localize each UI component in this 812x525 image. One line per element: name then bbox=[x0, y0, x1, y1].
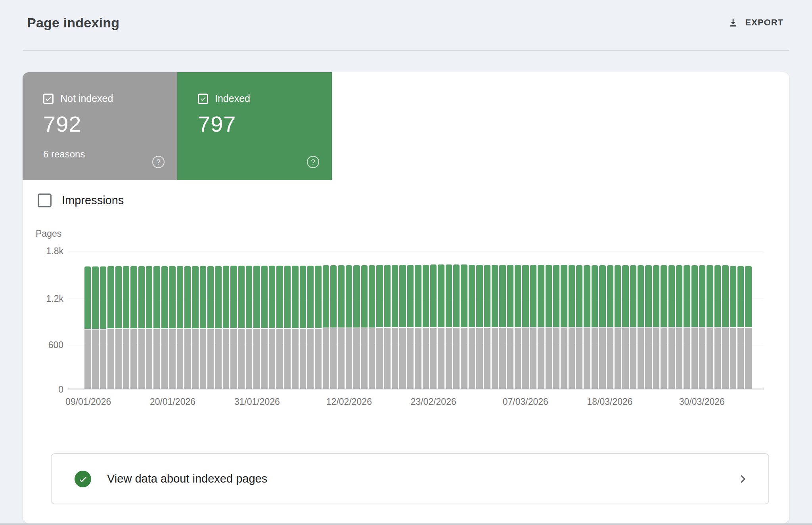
stacked-bar[interactable] bbox=[469, 251, 475, 389]
stacked-bar[interactable] bbox=[430, 251, 437, 389]
stacked-bar[interactable] bbox=[745, 251, 751, 389]
stacked-bar[interactable] bbox=[423, 251, 429, 389]
stacked-bar[interactable] bbox=[100, 251, 106, 389]
stacked-bar[interactable] bbox=[399, 251, 406, 389]
stacked-bar[interactable] bbox=[407, 251, 414, 389]
impressions-toggle[interactable]: Impressions bbox=[38, 194, 124, 207]
checked-checkbox-icon[interactable] bbox=[43, 94, 54, 104]
stacked-bar[interactable] bbox=[522, 251, 529, 389]
stacked-bar[interactable] bbox=[92, 251, 98, 389]
stacked-bar[interactable] bbox=[676, 251, 682, 389]
stacked-bar[interactable] bbox=[276, 251, 283, 389]
stacked-bar[interactable] bbox=[384, 251, 391, 389]
stacked-bar[interactable] bbox=[599, 251, 605, 389]
stacked-bar[interactable] bbox=[576, 251, 582, 389]
stacked-bar[interactable] bbox=[691, 251, 698, 389]
help-icon[interactable]: ? bbox=[307, 156, 319, 168]
stacked-bar[interactable] bbox=[361, 251, 368, 389]
stacked-bar[interactable] bbox=[246, 251, 252, 389]
stacked-bar[interactable] bbox=[546, 251, 552, 389]
checked-checkbox-icon[interactable] bbox=[198, 94, 208, 104]
stacked-bar[interactable] bbox=[200, 251, 206, 389]
stat-box-not-indexed[interactable]: Not indexed 792 6 reasons ? bbox=[23, 72, 177, 180]
stacked-bar[interactable] bbox=[615, 251, 621, 389]
stacked-bar[interactable] bbox=[530, 251, 536, 389]
stacked-bar[interactable] bbox=[476, 251, 483, 389]
stacked-bar[interactable] bbox=[737, 251, 744, 389]
stacked-bar[interactable] bbox=[438, 251, 444, 389]
stacked-bar[interactable] bbox=[230, 251, 237, 389]
stacked-bar[interactable] bbox=[484, 251, 490, 389]
stacked-bar[interactable] bbox=[538, 251, 544, 389]
stacked-bar[interactable] bbox=[184, 251, 191, 389]
stacked-bar[interactable] bbox=[123, 251, 129, 389]
stacked-bar[interactable] bbox=[461, 251, 467, 389]
stacked-bar[interactable] bbox=[638, 251, 644, 389]
stacked-bar[interactable] bbox=[207, 251, 214, 389]
stacked-bar[interactable] bbox=[161, 251, 168, 389]
stacked-bar[interactable] bbox=[446, 251, 452, 389]
stacked-bar[interactable] bbox=[607, 251, 613, 389]
stacked-bar[interactable] bbox=[630, 251, 636, 389]
unchecked-checkbox-icon[interactable] bbox=[38, 194, 52, 207]
stacked-bar[interactable] bbox=[192, 251, 198, 389]
stacked-bar[interactable] bbox=[561, 251, 567, 389]
stacked-bar[interactable] bbox=[507, 251, 513, 389]
stacked-bar[interactable] bbox=[284, 251, 291, 389]
stacked-bar[interactable] bbox=[668, 251, 675, 389]
stacked-bar[interactable] bbox=[138, 251, 145, 389]
chevron-right-icon[interactable] bbox=[737, 473, 749, 485]
stacked-bar[interactable] bbox=[553, 251, 559, 389]
stacked-bar[interactable] bbox=[492, 251, 498, 389]
not-indexed-toggle[interactable]: Not indexed bbox=[43, 93, 113, 104]
stacked-bar[interactable] bbox=[130, 251, 137, 389]
stacked-bar[interactable] bbox=[592, 251, 598, 389]
stacked-bar[interactable] bbox=[515, 251, 521, 389]
view-data-link[interactable]: View data about indexed pages bbox=[51, 453, 769, 504]
stacked-bar[interactable] bbox=[453, 251, 460, 389]
stacked-bar[interactable] bbox=[661, 251, 667, 389]
stacked-bar[interactable] bbox=[300, 251, 306, 389]
stacked-bar[interactable] bbox=[353, 251, 360, 389]
stacked-bar[interactable] bbox=[253, 251, 260, 389]
stacked-bar[interactable] bbox=[330, 251, 337, 389]
stacked-bar[interactable] bbox=[269, 251, 275, 389]
stacked-bar[interactable] bbox=[146, 251, 152, 389]
stacked-bar[interactable] bbox=[415, 251, 421, 389]
stacked-bar[interactable] bbox=[653, 251, 659, 389]
stacked-bar[interactable] bbox=[261, 251, 268, 389]
stacked-bar[interactable] bbox=[730, 251, 736, 389]
stacked-bar[interactable] bbox=[569, 251, 575, 389]
stacked-bar[interactable] bbox=[699, 251, 705, 389]
help-icon[interactable]: ? bbox=[152, 156, 165, 168]
stacked-bar[interactable] bbox=[684, 251, 690, 389]
stacked-bar[interactable] bbox=[369, 251, 375, 389]
stacked-bar[interactable] bbox=[307, 251, 314, 389]
stacked-bar[interactable] bbox=[376, 251, 383, 389]
stacked-bar[interactable] bbox=[338, 251, 344, 389]
stacked-bar[interactable] bbox=[177, 251, 183, 389]
stacked-bar[interactable] bbox=[722, 251, 728, 389]
indexed-toggle[interactable]: Indexed bbox=[198, 93, 250, 104]
export-button[interactable]: EXPORT bbox=[725, 13, 786, 32]
stacked-bar[interactable] bbox=[153, 251, 160, 389]
stacked-bar[interactable] bbox=[707, 251, 713, 389]
stacked-bar[interactable] bbox=[392, 251, 398, 389]
stacked-bar[interactable] bbox=[323, 251, 329, 389]
stacked-bar[interactable] bbox=[584, 251, 590, 389]
stacked-bar[interactable] bbox=[315, 251, 321, 389]
stacked-bar[interactable] bbox=[622, 251, 628, 389]
stacked-bar[interactable] bbox=[238, 251, 245, 389]
stacked-bar[interactable] bbox=[107, 251, 114, 389]
stacked-bar[interactable] bbox=[292, 251, 298, 389]
stacked-bar[interactable] bbox=[115, 251, 122, 389]
stacked-bar[interactable] bbox=[215, 251, 221, 389]
stat-box-indexed[interactable]: Indexed 797 ? bbox=[177, 72, 332, 180]
stacked-bar[interactable] bbox=[714, 251, 721, 389]
stacked-bar[interactable] bbox=[223, 251, 229, 389]
stacked-bar[interactable] bbox=[645, 251, 651, 389]
stacked-bar[interactable] bbox=[169, 251, 175, 389]
stacked-bar[interactable] bbox=[499, 251, 506, 389]
stacked-bar[interactable] bbox=[84, 251, 91, 389]
stacked-bar[interactable] bbox=[346, 251, 352, 389]
